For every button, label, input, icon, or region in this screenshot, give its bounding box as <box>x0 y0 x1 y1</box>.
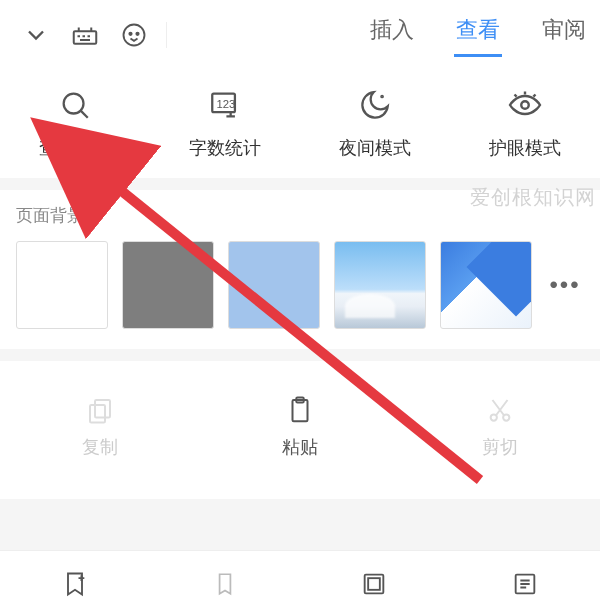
bg-swatch-white[interactable] <box>16 241 108 329</box>
keyboard-icon[interactable] <box>70 20 100 50</box>
toolbar-left-icons <box>6 20 148 50</box>
quick-actions-section: 查找替换 123 字数统计 夜间模式 护眼模式 <box>0 70 600 178</box>
tab-view[interactable]: 查看 <box>454 7 502 63</box>
list-view-icon[interactable] <box>511 570 539 598</box>
assistant-icon[interactable] <box>120 21 148 49</box>
svg-point-4 <box>64 94 84 114</box>
eye-mode-label: 护眼模式 <box>489 136 561 160</box>
page-view-icon[interactable] <box>360 570 388 598</box>
svg-point-1 <box>124 25 145 46</box>
svg-text:123: 123 <box>217 98 236 110</box>
copy-icon <box>85 395 115 425</box>
cut-button: 剪切 <box>401 395 599 459</box>
paste-icon <box>285 395 315 425</box>
page-background-section: 页面背景 ••• <box>0 190 600 349</box>
separator <box>166 22 167 48</box>
night-mode-button[interactable]: 夜间模式 <box>300 86 450 160</box>
cut-label: 剪切 <box>482 435 518 459</box>
wordcount-icon: 123 <box>208 86 242 124</box>
svg-rect-17 <box>368 578 380 590</box>
bg-swatch-sky[interactable] <box>334 241 426 329</box>
svg-line-5 <box>81 111 88 118</box>
svg-rect-11 <box>90 405 105 423</box>
night-mode-label: 夜间模式 <box>339 136 411 160</box>
svg-point-8 <box>381 96 382 97</box>
find-replace-label: 查找替换 <box>39 136 111 160</box>
top-toolbar: 插入 查看 审阅 <box>0 0 600 70</box>
search-icon <box>58 86 92 124</box>
more-backgrounds-button[interactable]: ••• <box>546 271 584 299</box>
moon-icon <box>358 86 392 124</box>
eye-icon <box>507 86 543 124</box>
collapse-icon[interactable] <box>22 21 50 49</box>
bookmark-icon[interactable] <box>212 571 238 597</box>
svg-point-9 <box>521 101 529 109</box>
find-replace-button[interactable]: 查找替换 <box>0 86 150 160</box>
bookmark-add-icon[interactable] <box>61 570 89 598</box>
svg-rect-10 <box>95 400 110 418</box>
tab-insert[interactable]: 插入 <box>368 7 416 63</box>
copy-label: 复制 <box>82 435 118 459</box>
eye-mode-button[interactable]: 护眼模式 <box>450 86 600 160</box>
background-swatch-row: ••• <box>16 241 584 329</box>
svg-rect-0 <box>74 31 97 44</box>
tab-review[interactable]: 审阅 <box>540 7 588 63</box>
paste-label: 粘贴 <box>282 435 318 459</box>
watermark: 爱创根知识网 <box>470 184 596 211</box>
clipboard-section: 复制 粘贴 剪切 <box>0 361 600 499</box>
bottom-bar <box>0 550 600 616</box>
tabs: 插入 查看 审阅 <box>185 7 594 63</box>
bg-swatch-gray[interactable] <box>122 241 214 329</box>
svg-point-15 <box>503 414 509 420</box>
svg-point-3 <box>136 33 138 35</box>
copy-button: 复制 <box>1 395 199 459</box>
bg-swatch-lightblue[interactable] <box>228 241 320 329</box>
paste-button[interactable]: 粘贴 <box>201 395 399 459</box>
svg-point-2 <box>129 33 131 35</box>
svg-point-14 <box>491 414 497 420</box>
word-count-label: 字数统计 <box>189 136 261 160</box>
word-count-button[interactable]: 123 字数统计 <box>150 86 300 160</box>
bg-swatch-cloud[interactable] <box>440 241 532 329</box>
cut-icon <box>485 395 515 425</box>
